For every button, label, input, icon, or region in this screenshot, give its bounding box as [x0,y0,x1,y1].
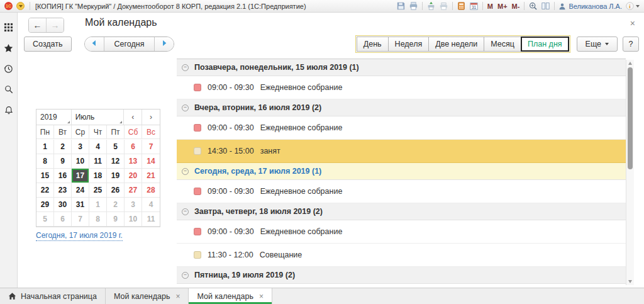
calendar-day[interactable]: 19 [107,169,125,183]
calendar-day[interactable]: 23 [54,183,72,198]
view-button-5[interactable]: План дня [521,37,569,52]
agenda-group-header[interactable]: Завтра, четверг, 18 июля 2019 (2) [177,203,626,220]
memory-recall-button[interactable]: M [487,3,493,10]
main-menu-button[interactable] [16,2,25,10]
calendar-day[interactable]: 9 [107,212,125,227]
back-button[interactable]: ← [29,18,46,32]
calendar-day[interactable]: 29 [36,198,54,212]
calendar-day[interactable]: 25 [89,183,107,198]
calendar-day[interactable]: 28 [142,183,160,198]
view-button-4[interactable]: Месяц [484,37,521,52]
calendar-day[interactable]: 10 [72,154,89,169]
close-tab-icon[interactable]: × [175,292,180,301]
view-button-3[interactable]: Две недели [428,37,484,52]
calendar-day[interactable]: 7 [72,212,89,227]
print-settings-icon[interactable] [427,2,435,10]
scroll-down-icon[interactable] [628,280,632,283]
prev-month-button[interactable]: ‹ [124,110,142,125]
calendar-day[interactable]: 17 [72,169,89,183]
agenda-event-row[interactable]: 09:00 - 09:30Ежедневное собрание [177,180,626,203]
tab-start-page[interactable]: Начальная страница [0,288,106,304]
info-menu-button[interactable]: i [626,2,640,10]
calendar-day[interactable]: 6 [125,140,142,154]
close-form-icon[interactable]: × [630,19,635,28]
agenda-event-row[interactable]: 09:00 - 09:30Ежедневное собрание [177,116,626,140]
calendar-day[interactable]: 7 [142,140,160,154]
calendar-day[interactable]: 8 [89,212,107,227]
calendar-day[interactable]: 2 [54,140,72,154]
save-icon[interactable] [397,2,405,10]
calendar-day[interactable]: 1 [36,140,54,154]
calendar-day[interactable]: 6 [54,212,72,227]
tab-my-calendar-1[interactable]: Мой календарь× [106,288,189,304]
agenda-group-header[interactable]: Пятница, 19 июля 2019 (2) [177,267,626,284]
calendar-day[interactable]: 24 [72,183,89,198]
view-button-2[interactable]: Неделя [388,37,430,52]
create-button[interactable]: Создать [24,37,72,52]
collapse-icon[interactable] [182,64,189,71]
calendar-day[interactable]: 21 [142,169,160,183]
prev-period-button[interactable] [85,37,104,51]
calendar-day[interactable]: 1 [89,198,107,212]
agenda-group-header[interactable]: Сегодня, среда, 17 июля 2019 (1) [177,163,626,180]
next-month-button[interactable]: › [142,110,160,125]
search-icon[interactable] [3,84,14,95]
close-tab-icon[interactable]: × [259,292,264,301]
collapse-icon[interactable] [182,104,189,111]
calendar-day[interactable]: 8 [36,154,54,169]
menu-grid-icon[interactable] [3,21,14,33]
agenda-event-row[interactable]: 14:30 - 15:00занят [177,140,626,163]
calendar-icon[interactable]: 31 [470,2,478,10]
memory-plus-button[interactable]: M+ [497,3,508,10]
calendar-day[interactable]: 27 [125,183,142,198]
calendar-day[interactable]: 22 [36,183,54,198]
calendar-day[interactable]: 9 [54,154,72,169]
current-user[interactable]: Великанова Л.А. [558,3,622,10]
calendar-day[interactable]: 2 [107,198,125,212]
favorites-star-icon[interactable] [3,42,14,53]
zoom-icon[interactable] [529,2,537,10]
calendar-day[interactable]: 18 [89,169,107,183]
agenda-event-row[interactable]: 09:00 - 09:30Ежедневное собрание [177,76,626,99]
view-button-1[interactable]: День [357,37,389,52]
calendar-day[interactable]: 4 [142,198,160,212]
today-button[interactable]: Сегодня [104,37,155,51]
print-preview-icon[interactable] [440,2,448,10]
forward-button[interactable]: → [46,18,64,32]
agenda-event-row[interactable]: 09:00 - 09:30Ежедневное собрание [177,220,626,244]
calendar-day[interactable]: 14 [142,154,160,169]
scroll-up-icon[interactable] [628,62,632,65]
memory-minus-button[interactable]: M- [512,3,520,10]
month-select[interactable]: Июль [72,110,125,125]
calendar-day[interactable]: 16 [54,169,72,183]
calendar-day[interactable]: 3 [72,140,89,154]
calendar-day[interactable]: 12 [107,154,125,169]
collapse-icon[interactable] [182,168,189,175]
collapse-icon[interactable] [182,272,189,279]
notifications-bell-icon[interactable] [3,104,14,116]
print-icon[interactable] [409,2,418,10]
scrollbar-thumb[interactable] [628,67,633,169]
year-select[interactable]: 2019 [36,110,72,125]
calendar-day[interactable]: 10 [125,212,142,227]
calendar-day[interactable]: 11 [89,154,107,169]
next-period-button[interactable] [155,37,174,51]
agenda-event-row[interactable]: 11:30 - 12:00Совещание [177,244,626,267]
calculator-icon[interactable] [457,2,465,10]
calendar-day[interactable]: 5 [107,140,125,154]
calendar-day[interactable]: 20 [125,169,142,183]
collapse-icon[interactable] [182,208,189,215]
help-button[interactable]: ? [623,37,639,52]
calendar-day[interactable]: 3 [125,198,142,212]
calendar-day[interactable]: 5 [36,212,54,227]
split-view-icon[interactable] [541,2,550,10]
calendar-day[interactable]: 30 [54,198,72,212]
calendar-day[interactable]: 11 [142,212,160,227]
more-button[interactable]: Еще [577,37,618,52]
tab-my-calendar-2[interactable]: Мой календарь× [189,288,272,304]
calendar-day[interactable]: 31 [72,198,89,212]
calendar-day[interactable]: 4 [89,140,107,154]
calendar-day[interactable]: 13 [125,154,142,169]
vertical-scrollbar[interactable] [626,60,634,285]
agenda-group-header[interactable]: Позавчера, понедельник, 15 июля 2019 (1) [177,59,626,76]
